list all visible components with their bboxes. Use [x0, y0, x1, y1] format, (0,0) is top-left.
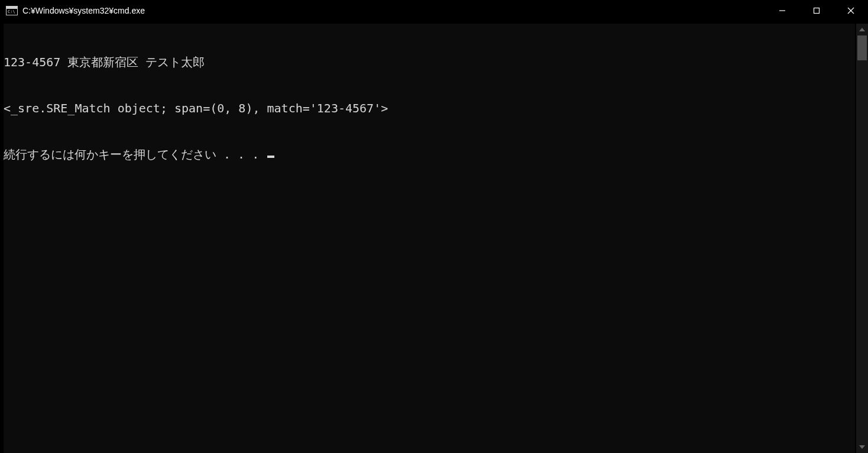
- terminal-prompt-text: 続行するには何かキーを押してください . . .: [4, 147, 266, 161]
- svg-rect-4: [814, 8, 820, 14]
- terminal-line: <_sre.SRE_Match object; span=(0, 8), mat…: [4, 101, 855, 116]
- close-button[interactable]: [834, 0, 868, 21]
- scroll-up-button[interactable]: [856, 24, 868, 35]
- cursor: [267, 156, 274, 158]
- scroll-down-button[interactable]: [856, 441, 868, 453]
- svg-text:C:\: C:\: [8, 9, 15, 14]
- terminal-output[interactable]: 123-4567 東京都新宿区 テスト太郎 <_sre.SRE_Match ob…: [4, 24, 855, 453]
- scroll-thumb[interactable]: [857, 35, 867, 60]
- svg-rect-1: [7, 7, 17, 9]
- terminal-line: 続行するには何かキーを押してください . . .: [4, 147, 855, 162]
- window-title: C:¥Windows¥system32¥cmd.exe: [22, 6, 145, 15]
- titlebar[interactable]: C:\ C:¥Windows¥system32¥cmd.exe: [0, 0, 868, 21]
- maximize-button[interactable]: [799, 0, 834, 21]
- cmd-icon: C:\: [6, 6, 18, 15]
- minimize-button[interactable]: [765, 0, 799, 21]
- vertical-scrollbar[interactable]: [856, 24, 868, 453]
- window-controls: [765, 0, 868, 21]
- terminal-line: 123-4567 東京都新宿区 テスト太郎: [4, 54, 855, 70]
